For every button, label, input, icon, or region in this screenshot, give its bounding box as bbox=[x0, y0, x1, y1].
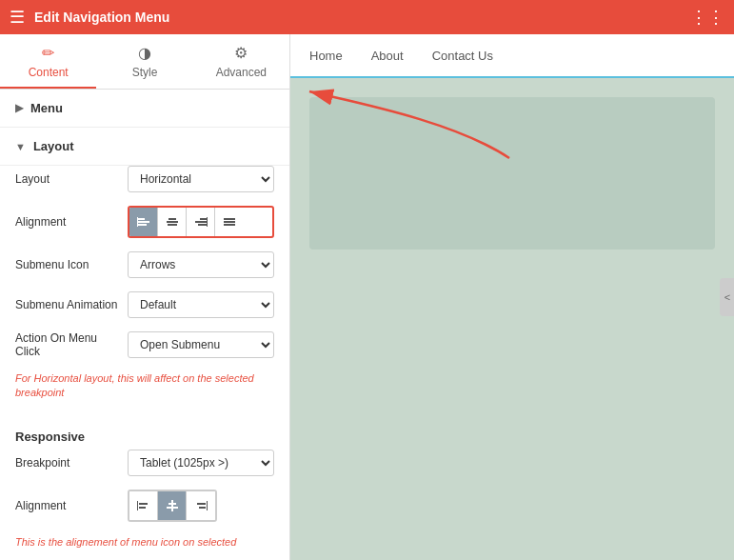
responsive-align-left-button[interactable] bbox=[129, 491, 158, 520]
top-bar: ☰ Edit Navigation Menu ⋮⋮ bbox=[0, 0, 734, 34]
menu-arrow-icon: ▶ bbox=[15, 102, 23, 114]
svg-rect-15 bbox=[139, 503, 148, 505]
tab-advanced[interactable]: ⚙ Advanced bbox=[193, 34, 289, 89]
tab-content[interactable]: ✏ Content bbox=[0, 34, 96, 89]
right-panel: Home About Contact Us < bbox=[290, 34, 734, 560]
svg-rect-16 bbox=[139, 507, 146, 509]
tab-style[interactable]: ◑ Style bbox=[96, 34, 192, 89]
action-field-label: Action On Menu Click bbox=[15, 331, 120, 358]
tab-style-label: Style bbox=[132, 66, 158, 79]
svg-rect-10 bbox=[207, 217, 208, 227]
layout-field-label: Layout bbox=[15, 172, 120, 186]
action-field-row: Action On Menu Click Open Submenu Naviga… bbox=[15, 331, 274, 358]
style-icon: ◑ bbox=[138, 44, 151, 62]
advanced-icon: ⚙ bbox=[234, 44, 248, 62]
r-align-center-icon bbox=[165, 498, 180, 513]
nav-item-contact[interactable]: Contact Us bbox=[432, 49, 493, 63]
responsive-alignment-buttons bbox=[128, 490, 217, 522]
alignment-buttons bbox=[128, 206, 274, 238]
submenu-animation-label: Submenu Animation bbox=[15, 298, 120, 311]
svg-rect-6 bbox=[168, 224, 177, 226]
alignment-field-row: Alignment bbox=[15, 206, 274, 238]
collapse-handle[interactable]: < bbox=[720, 278, 734, 316]
svg-rect-21 bbox=[197, 503, 206, 505]
svg-rect-22 bbox=[199, 507, 206, 509]
align-right-icon bbox=[193, 214, 208, 230]
breakpoint-label: Breakpoint bbox=[15, 456, 120, 470]
align-center-button[interactable] bbox=[158, 208, 187, 236]
nav-preview: Home About Contact Us bbox=[290, 34, 734, 78]
submenu-animation-select[interactable]: Default Fade Slide bbox=[128, 291, 274, 318]
layout-field-row: Layout Horizontal Vertical Dropdown bbox=[15, 166, 274, 192]
svg-rect-4 bbox=[169, 218, 176, 220]
submenu-icon-label: Submenu Icon bbox=[15, 258, 120, 271]
submenu-icon-field-row: Submenu Icon Arrows Plus None bbox=[15, 251, 274, 278]
svg-rect-5 bbox=[167, 221, 178, 223]
align-left-button[interactable] bbox=[129, 208, 158, 236]
tab-advanced-label: Advanced bbox=[216, 66, 267, 79]
preview-content-area bbox=[309, 97, 715, 250]
responsive-alignment-control bbox=[128, 490, 274, 522]
main-layout: ✏ Content ◑ Style ⚙ Advanced ▶ Menu ▼ La… bbox=[0, 34, 734, 560]
submenu-icon-select[interactable]: Arrows Plus None bbox=[128, 251, 274, 278]
r-align-right-icon bbox=[193, 498, 208, 513]
tab-content-label: Content bbox=[29, 66, 69, 79]
svg-rect-20 bbox=[207, 501, 208, 510]
layout-section-content: Layout Horizontal Vertical Dropdown Alig… bbox=[0, 166, 289, 420]
submenu-icon-control: Arrows Plus None bbox=[128, 251, 274, 278]
tabs-bar: ✏ Content ◑ Style ⚙ Advanced bbox=[0, 34, 289, 90]
alignment-field-label: Alignment bbox=[15, 215, 120, 229]
svg-rect-12 bbox=[224, 221, 235, 223]
menu-section-label: Menu bbox=[30, 101, 63, 115]
responsive-section-content: Breakpoint Tablet (1025px >) Mobile (768… bbox=[0, 450, 289, 560]
hamburger-icon[interactable]: ☰ bbox=[10, 7, 25, 28]
left-panel: ✏ Content ◑ Style ⚙ Advanced ▶ Menu ▼ La… bbox=[0, 34, 290, 560]
breakpoint-field-row: Breakpoint Tablet (1025px >) Mobile (768… bbox=[15, 450, 274, 476]
layout-section-header[interactable]: ▼ Layout bbox=[0, 128, 289, 166]
svg-rect-13 bbox=[224, 224, 235, 226]
layout-section-label: Layout bbox=[33, 139, 74, 153]
layout-select[interactable]: Horizontal Vertical Dropdown bbox=[128, 166, 274, 192]
alignment-buttons-container bbox=[128, 206, 274, 238]
submenu-animation-field-row: Submenu Animation Default Fade Slide bbox=[15, 291, 274, 318]
responsive-align-right-button[interactable] bbox=[187, 491, 215, 520]
responsive-alignment-label: Alignment bbox=[15, 499, 120, 512]
nav-item-home[interactable]: Home bbox=[309, 49, 343, 63]
align-justify-button[interactable] bbox=[215, 208, 244, 236]
layout-hint-text: For Horizontal layout, this will affect … bbox=[15, 371, 274, 401]
action-select[interactable]: Open Submenu Navigate Toggle bbox=[128, 331, 274, 358]
r-align-left-icon bbox=[136, 498, 151, 513]
align-right-button[interactable] bbox=[187, 208, 215, 236]
align-center-icon bbox=[165, 214, 180, 230]
grid-icon[interactable]: ⋮⋮ bbox=[690, 7, 724, 28]
breakpoint-control: Tablet (1025px >) Mobile (768px >) None bbox=[128, 450, 274, 476]
collapse-icon: < bbox=[724, 291, 730, 303]
svg-rect-8 bbox=[195, 221, 207, 223]
svg-rect-9 bbox=[198, 224, 207, 226]
align-justify-icon bbox=[222, 214, 237, 230]
svg-rect-1 bbox=[138, 221, 149, 223]
svg-rect-0 bbox=[138, 218, 145, 220]
content-icon: ✏ bbox=[42, 44, 54, 62]
responsive-hint-text: This is the alignement of menu icon on s… bbox=[15, 535, 274, 550]
layout-arrow-icon: ▼ bbox=[15, 141, 26, 152]
svg-rect-7 bbox=[200, 218, 207, 220]
responsive-section-label: Responsive bbox=[0, 420, 289, 450]
action-field-control: Open Submenu Navigate Toggle bbox=[128, 331, 274, 358]
svg-rect-19 bbox=[171, 500, 173, 511]
svg-rect-14 bbox=[137, 501, 138, 510]
nav-item-about[interactable]: About bbox=[371, 49, 404, 63]
breakpoint-select[interactable]: Tablet (1025px >) Mobile (768px >) None bbox=[128, 450, 274, 476]
svg-rect-2 bbox=[138, 224, 147, 226]
responsive-alignment-field-row: Alignment bbox=[15, 490, 274, 522]
menu-section-header[interactable]: ▶ Menu bbox=[0, 90, 289, 128]
page-title: Edit Navigation Menu bbox=[34, 10, 169, 25]
svg-rect-3 bbox=[137, 217, 138, 227]
svg-rect-11 bbox=[224, 218, 235, 220]
submenu-animation-control: Default Fade Slide bbox=[128, 291, 274, 318]
layout-field-control: Horizontal Vertical Dropdown bbox=[128, 166, 274, 192]
responsive-align-center-button[interactable] bbox=[158, 491, 187, 520]
top-bar-left: ☰ Edit Navigation Menu bbox=[10, 7, 169, 28]
align-left-icon bbox=[136, 214, 151, 230]
